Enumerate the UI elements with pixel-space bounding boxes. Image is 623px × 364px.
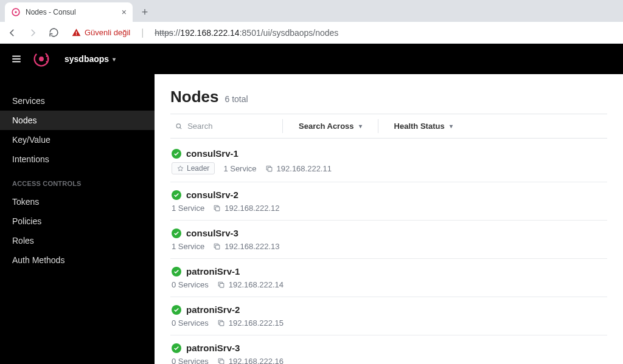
warning-icon — [72, 28, 81, 37]
copy-icon — [213, 204, 221, 212]
page-header: Nodes 6 total — [170, 88, 607, 106]
app-body: ServicesNodesKey/ValueIntentions ACCESS … — [0, 74, 623, 364]
security-label: Güvenli değil — [85, 28, 130, 37]
svg-rect-16 — [216, 245, 220, 249]
node-row[interactable]: patroniSrv-30 Services192.168.222.16 — [170, 335, 607, 364]
chevron-down-icon: ▾ — [359, 123, 362, 129]
forward-button[interactable] — [27, 27, 39, 39]
access-controls-heading: ACCESS CONTROLS — [0, 169, 155, 192]
search-box[interactable] — [170, 119, 274, 133]
menu-toggle-button[interactable] — [11, 53, 22, 64]
url-path: :8501/ui/sysdbaops/nodes — [240, 28, 339, 38]
status-healthy-icon — [172, 343, 181, 353]
page-title: Nodes — [170, 88, 218, 106]
node-meta: 1 Service192.168.222.13 — [172, 242, 606, 251]
sidebar-item-tokens[interactable]: Tokens — [0, 192, 155, 211]
sidebar-item-services[interactable]: Services — [0, 91, 155, 111]
app-header: sysdbaops ▾ — [0, 44, 623, 74]
search-across-filter[interactable]: Search Across ▾ — [291, 119, 369, 133]
node-row[interactable]: patroniSrv-20 Services192.168.222.15 — [170, 297, 607, 335]
browser-tab-strip: Nodes - Consul × + — [0, 0, 623, 22]
copy-icon — [213, 242, 221, 250]
copy-icon — [217, 319, 225, 327]
node-services-count: 1 Service — [223, 164, 256, 173]
node-ip[interactable]: 192.168.222.14 — [217, 280, 284, 289]
node-row[interactable]: patroniSrv-10 Services192.168.222.14 — [170, 259, 607, 297]
svg-rect-2 — [76, 32, 77, 34]
svg-rect-17 — [220, 283, 224, 287]
node-row[interactable]: consulSrv-1Leader1 Service192.168.222.11 — [170, 141, 607, 182]
svg-point-9 — [46, 55, 47, 57]
divider — [282, 119, 283, 133]
svg-point-10 — [47, 58, 48, 60]
back-button[interactable] — [6, 27, 18, 39]
sidebar-item-intentions[interactable]: Intentions — [0, 149, 155, 169]
node-services-count: 1 Service — [172, 204, 204, 213]
consul-logo[interactable] — [33, 50, 50, 67]
reload-button[interactable] — [47, 27, 60, 39]
sidebar-item-nodes[interactable]: Nodes — [0, 111, 155, 130]
node-ip[interactable]: 192.168.222.15 — [217, 318, 284, 328]
chevron-down-icon: ▾ — [450, 123, 453, 129]
url-separator: | — [141, 27, 144, 38]
node-name: consulSrv-1 — [186, 148, 238, 159]
address-bar[interactable]: https://192.168.222.14:8501/ui/sysdbaops… — [155, 28, 338, 38]
divider — [378, 119, 378, 133]
node-row[interactable]: consulSrv-21 Service192.168.222.12 — [170, 182, 607, 221]
url-host: 192.168.222.14 — [180, 28, 239, 38]
node-ip[interactable]: 192.168.222.12 — [213, 204, 279, 213]
sidebar-item-roles[interactable]: Roles — [0, 231, 155, 250]
browser-tab[interactable]: Nodes - Consul × — [5, 2, 133, 22]
new-tab-button[interactable]: + — [136, 4, 153, 21]
sidebar-item-key-value[interactable]: Key/Value — [0, 130, 155, 149]
node-name: consulSrv-3 — [186, 228, 238, 238]
status-healthy-icon — [172, 228, 181, 238]
node-meta: 0 Services192.168.222.14 — [172, 280, 606, 289]
node-ip[interactable]: 192.168.222.16 — [217, 357, 284, 364]
svg-point-11 — [46, 61, 47, 62]
leader-badge: Leader — [172, 162, 215, 174]
node-ip[interactable]: 192.168.222.13 — [213, 242, 279, 251]
status-healthy-icon — [172, 267, 181, 276]
copy-icon — [217, 281, 225, 289]
svg-point-1 — [15, 11, 17, 13]
svg-rect-14 — [268, 167, 272, 171]
svg-point-12 — [176, 123, 181, 128]
node-services-count: 0 Services — [172, 280, 209, 289]
hamburger-icon — [11, 53, 22, 64]
node-meta: 0 Services192.168.222.15 — [172, 318, 606, 328]
node-ip[interactable]: 192.168.222.11 — [265, 164, 332, 173]
svg-rect-3 — [76, 34, 77, 35]
datacenter-select[interactable]: sysdbaops ▾ — [64, 54, 116, 64]
sidebar: ServicesNodesKey/ValueIntentions ACCESS … — [0, 74, 155, 364]
svg-point-8 — [39, 57, 44, 61]
main-content: Nodes 6 total Search Across ▾ Health Sta… — [155, 74, 623, 364]
svg-rect-15 — [216, 207, 220, 211]
search-input[interactable] — [187, 122, 269, 131]
copy-icon — [265, 165, 273, 173]
chevron-down-icon: ▾ — [113, 56, 116, 63]
node-name: patroniSrv-1 — [186, 266, 240, 276]
status-healthy-icon — [172, 305, 181, 315]
tab-title: Nodes - Consul — [26, 8, 76, 16]
node-services-count: 0 Services — [172, 357, 209, 364]
svg-rect-18 — [220, 321, 224, 326]
sidebar-item-policies[interactable]: Policies — [0, 211, 155, 231]
consul-favicon — [11, 7, 21, 17]
status-healthy-icon — [172, 190, 181, 200]
filter-bar: Search Across ▾ Health Status ▾ — [170, 114, 607, 139]
node-services-count: 1 Service — [172, 242, 204, 251]
health-status-filter[interactable]: Health Status ▾ — [387, 119, 460, 133]
node-row[interactable]: consulSrv-31 Service192.168.222.13 — [170, 221, 607, 259]
node-name: patroniSrv-2 — [186, 304, 240, 315]
node-list: consulSrv-1Leader1 Service192.168.222.11… — [170, 141, 607, 364]
sidebar-item-auth-methods[interactable]: Auth Methods — [0, 250, 155, 270]
node-name: consulSrv-2 — [186, 190, 238, 200]
browser-toolbar: Güvenli değil | https://192.168.222.14:8… — [0, 22, 623, 44]
node-name: patroniSrv-3 — [186, 343, 240, 353]
page-subtitle: 6 total — [224, 94, 248, 104]
close-tab-icon[interactable]: × — [122, 7, 127, 17]
filter-label: Health Status — [394, 122, 445, 131]
node-meta: 1 Service192.168.222.12 — [172, 204, 606, 213]
security-warning[interactable]: Güvenli değil — [72, 28, 130, 37]
